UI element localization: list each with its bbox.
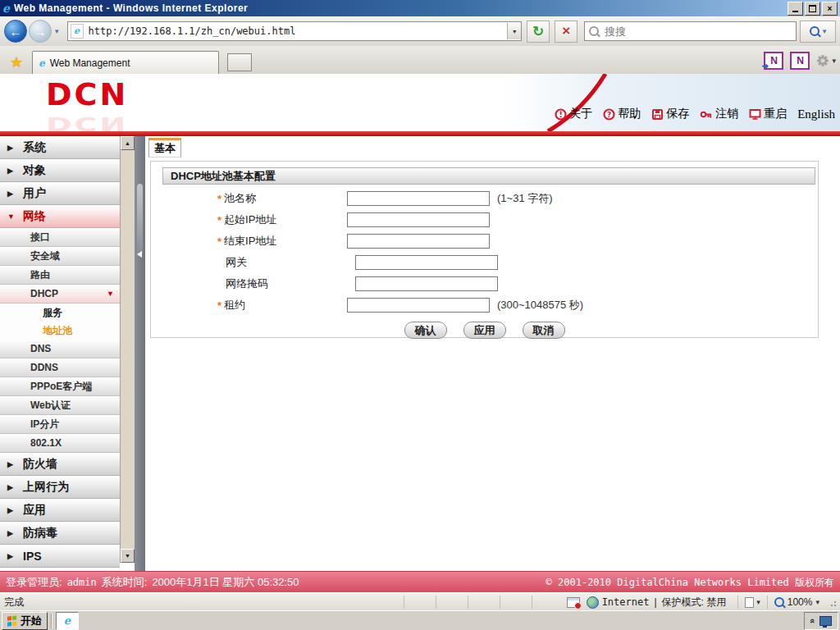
chevron-down-icon: ▾: [832, 57, 836, 65]
url-input[interactable]: [87, 25, 508, 38]
login-info: 登录管理员: admin 系统时间: 2000年1月1日 星期六 05:32:5…: [6, 575, 299, 590]
chevron-down-icon: ▾: [756, 598, 760, 606]
search-go-button[interactable]: ▾: [800, 21, 836, 43]
admin-label: 登录管理员:: [6, 575, 62, 590]
apply-button[interactable]: 应用: [463, 322, 506, 339]
pool-name-input[interactable]: [347, 191, 490, 206]
recent-pages-dropdown[interactable]: ▾: [52, 27, 62, 35]
sidebar-scrollbar[interactable]: ▲ ▼: [120, 136, 135, 563]
sidebar-item-ddns[interactable]: DDNS: [0, 358, 120, 377]
save-icon: [651, 108, 664, 121]
field-label: 起始IP地址: [224, 212, 276, 227]
sidebar-item-dhcp-service[interactable]: 服务: [0, 304, 120, 322]
popup-blocked-icon[interactable]: [567, 597, 580, 608]
zoom-control[interactable]: 100% ▾: [767, 596, 826, 609]
resize-grip[interactable]: [828, 598, 836, 606]
sidebar-item-interface[interactable]: 接口: [0, 228, 120, 247]
onenote-linked-notes-button[interactable]: N: [790, 52, 810, 70]
search-input[interactable]: [603, 25, 792, 39]
sidebar-item-ip-fragment[interactable]: IP分片: [0, 415, 120, 434]
zone-info[interactable]: Internet | 保护模式: 禁用: [602, 596, 727, 609]
field-hint: (300~1048575 秒): [497, 298, 583, 313]
end-ip-input[interactable]: [347, 234, 490, 249]
sidebar-item-user[interactable]: ▶ 用户: [0, 182, 120, 205]
sidebar-item-pppoe-client[interactable]: PPPoE客户端: [0, 377, 120, 396]
sidebar-item-label: 网络: [23, 209, 46, 224]
dcn-logo-reflection: DCN: [46, 115, 128, 134]
tools-menu-button[interactable]: ▾: [816, 54, 836, 67]
sidebar-item-ips[interactable]: ▶ IPS: [0, 545, 120, 568]
search-options-icon: ▾: [823, 27, 827, 35]
required-mark: *: [217, 299, 221, 312]
start-button[interactable]: 开始: [2, 612, 48, 630]
restore-button[interactable]: [805, 2, 820, 16]
tab-web-management[interactable]: e Web Management: [32, 51, 219, 74]
sidebar-item-route[interactable]: 路由: [0, 266, 120, 285]
field-label: 结束IP地址: [224, 234, 276, 249]
sidebar-item-security-zone[interactable]: 安全域: [0, 247, 120, 266]
sidebar-item-dns[interactable]: DNS: [0, 340, 120, 358]
red-swoosh-graphic: [509, 74, 640, 131]
splitter-handle[interactable]: [137, 184, 143, 256]
send-to-onenote-button[interactable]: N ➜: [764, 52, 783, 70]
back-button[interactable]: ←: [4, 20, 27, 43]
tab-basic-label: 基本: [154, 141, 176, 156]
logout-link[interactable]: 注销: [700, 107, 738, 121]
minimize-button[interactable]: [788, 2, 803, 16]
close-button[interactable]: ×: [822, 2, 838, 16]
chevron-right-icon: ▶: [7, 460, 16, 468]
start-ip-input[interactable]: [347, 212, 490, 227]
cancel-button[interactable]: 取消: [523, 322, 565, 339]
english-link[interactable]: English: [797, 107, 835, 121]
new-tab-button[interactable]: [227, 53, 252, 71]
status-cell: [500, 596, 532, 609]
sidebar-item-dhcp-address-pool[interactable]: 地址池: [0, 322, 120, 340]
about-label: 关于: [569, 107, 592, 121]
taskbar: 开始 e «: [0, 610, 840, 630]
compatibility-view-button[interactable]: ▾: [737, 596, 767, 609]
sidebar-item-label: IP分片: [30, 418, 59, 431]
sidebar-item-web-auth[interactable]: Web认证: [0, 396, 120, 415]
address-dropdown-button[interactable]: ▾: [507, 23, 521, 39]
sidebar-item-label: DNS: [30, 343, 51, 354]
sidebar-item-application[interactable]: ▶ 应用: [0, 499, 120, 522]
gateway-input[interactable]: [355, 255, 498, 270]
tab-basic[interactable]: 基本: [148, 138, 181, 158]
confirm-button[interactable]: 确认: [404, 322, 447, 339]
sidebar-item-label: IPS: [23, 550, 42, 563]
sidebar-item-object[interactable]: ▶ 对象: [0, 159, 120, 182]
sidebar-item-system[interactable]: ▶ 系统: [0, 136, 120, 159]
refresh-button[interactable]: ↻: [527, 21, 550, 43]
svg-text:?: ?: [607, 110, 611, 118]
restart-link[interactable]: 重启: [749, 107, 787, 121]
save-label: 保存: [666, 107, 689, 121]
sidebar-item-dhcp[interactable]: DHCP ▼: [0, 285, 120, 304]
stop-button[interactable]: ×: [555, 21, 578, 43]
taskbar-ie-button[interactable]: e: [56, 612, 79, 630]
sidebar-item-8021x[interactable]: 802.1X: [0, 434, 120, 453]
forward-button[interactable]: →: [29, 20, 52, 43]
scroll-down-button[interactable]: ▼: [121, 549, 135, 563]
search-box[interactable]: [584, 21, 797, 41]
lease-input[interactable]: [347, 298, 490, 313]
sidebar-item-net-behavior[interactable]: ▶ 上网行为: [0, 476, 120, 499]
sidebar-item-network[interactable]: ▼ 网络: [0, 205, 120, 228]
save-link[interactable]: 保存: [651, 107, 689, 121]
tab-title: Web Management: [50, 57, 130, 69]
favorites-button[interactable]: ★: [4, 51, 29, 74]
page-icon: [745, 597, 754, 608]
display-tray-icon[interactable]: [819, 616, 832, 626]
help-link[interactable]: ? 帮助: [603, 107, 641, 121]
screen: e Web Management - Windows Internet Expl…: [0, 0, 840, 630]
about-link[interactable]: 关于: [555, 107, 592, 121]
restore-icon: [809, 5, 816, 12]
address-bar[interactable]: e ▾: [67, 21, 523, 41]
scroll-up-button[interactable]: ▲: [121, 136, 135, 150]
hide-icons-chevron[interactable]: «: [808, 619, 818, 623]
netmask-input[interactable]: [355, 276, 498, 291]
sidebar-item-firewall[interactable]: ▶ 防火墙: [0, 453, 120, 476]
sidebar-item-antivirus[interactable]: ▶ 防病毒: [0, 522, 120, 545]
sidebar-splitter[interactable]: [135, 136, 145, 571]
scrollbar-track[interactable]: [121, 150, 135, 549]
required-mark: *: [217, 235, 221, 248]
